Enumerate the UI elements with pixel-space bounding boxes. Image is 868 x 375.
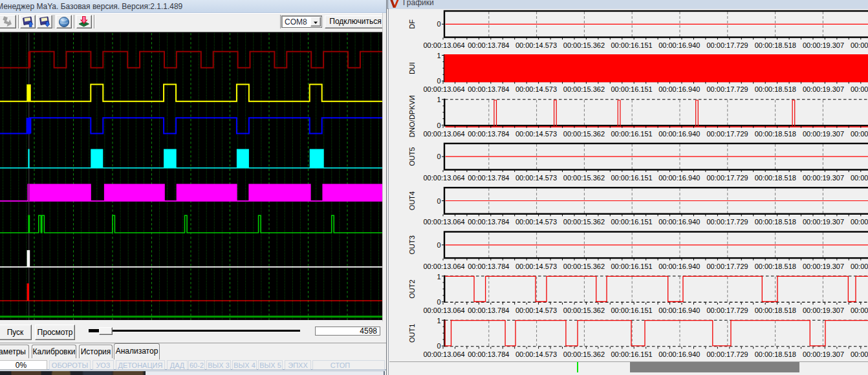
svg-text:00:00:16.940: 00:00:16.940 (658, 174, 700, 182)
svg-text:00:00:19.307: 00:00:19.307 (803, 350, 844, 358)
svg-text:00:00:14.573: 00:00:14.573 (515, 41, 557, 49)
svg-text:00:00:18.518: 00:00:18.518 (755, 306, 796, 314)
svg-text:OUT4: OUT4 (408, 191, 416, 210)
svg-text:0: 0 (437, 20, 440, 28)
svg-text:00:00:19.307: 00:00:19.307 (803, 41, 844, 49)
svg-text:00:00:18.518: 00:00:18.518 (755, 262, 796, 270)
svg-text:00:00:17.729: 00:00:17.729 (706, 174, 748, 182)
svg-text:0: 0 (437, 77, 440, 85)
svg-text:00:00:15.362: 00:00:15.362 (563, 350, 605, 358)
svg-text:00:00:16.151: 00:00:16.151 (611, 350, 652, 358)
svg-text:00:00:18.518: 00:00:18.518 (755, 130, 796, 138)
svg-text:00:00:15.362: 00:00:15.362 (563, 262, 605, 270)
svg-text:00:00:19.307: 00:00:19.307 (803, 218, 844, 226)
svg-text:DUI: DUI (408, 62, 416, 74)
svg-text:00:00:16.151: 00:00:16.151 (611, 262, 652, 270)
svg-text:OUT5: OUT5 (408, 147, 416, 166)
svg-text:00:00:14.573: 00:00:14.573 (515, 306, 557, 314)
svg-text:00:00:20.096: 00:00:20.096 (851, 262, 868, 270)
svg-text:00:00:19.307: 00:00:19.307 (803, 262, 844, 270)
svg-text:00:00:13.784: 00:00:13.784 (468, 41, 509, 49)
svg-text:00:00:16.940: 00:00:16.940 (658, 85, 700, 93)
svg-text:00:00:16.940: 00:00:16.940 (658, 262, 700, 270)
svg-text:00:00:16.940: 00:00:16.940 (658, 218, 700, 226)
svg-text:00:00:15.362: 00:00:15.362 (563, 41, 605, 49)
svg-text:00:00:14.573: 00:00:14.573 (515, 350, 557, 358)
svg-text:00:00:13.784: 00:00:13.784 (468, 350, 509, 358)
svg-text:0: 0 (437, 342, 440, 350)
svg-text:00:00:14.573: 00:00:14.573 (515, 262, 557, 270)
svg-text:00:00:18.518: 00:00:18.518 (755, 41, 796, 49)
svg-text:00:00:18.518: 00:00:18.518 (755, 218, 796, 226)
svg-text:00:00:17.729: 00:00:17.729 (706, 130, 748, 138)
svg-text:00:00:13.784: 00:00:13.784 (468, 262, 509, 270)
svg-text:DNO/DPKVИ: DNO/DPKVИ (408, 95, 416, 137)
svg-text:00:00:13.064: 00:00:13.064 (423, 130, 464, 138)
svg-text:00:00:13.784: 00:00:13.784 (468, 218, 509, 226)
svg-text:00:00:13.784: 00:00:13.784 (468, 130, 509, 138)
svg-text:00:00:20.096: 00:00:20.096 (851, 85, 868, 93)
svg-text:00:00:13.064: 00:00:13.064 (423, 218, 464, 226)
svg-text:00:00:19.307: 00:00:19.307 (803, 130, 844, 138)
svg-text:00:00:13.064: 00:00:13.064 (423, 174, 464, 182)
svg-text:00:00:16.151: 00:00:16.151 (611, 174, 652, 182)
svg-text:00:00:17.729: 00:00:17.729 (706, 306, 748, 314)
svg-text:DF: DF (408, 19, 416, 29)
svg-text:00:00:17.729: 00:00:17.729 (706, 41, 748, 49)
svg-text:00:00:17.729: 00:00:17.729 (706, 350, 748, 358)
svg-text:1: 1 (437, 317, 440, 325)
svg-text:00:00:13.064: 00:00:13.064 (423, 262, 464, 270)
svg-text:00:00:19.307: 00:00:19.307 (803, 174, 844, 182)
svg-text:00:00:14.573: 00:00:14.573 (515, 218, 557, 226)
svg-text:0: 0 (437, 241, 440, 249)
svg-text:00:00:15.362: 00:00:15.362 (563, 174, 605, 182)
svg-text:00:00:13.064: 00:00:13.064 (423, 350, 464, 358)
svg-text:00:00:20.096: 00:00:20.096 (851, 174, 868, 182)
svg-text:00:00:18.518: 00:00:18.518 (755, 350, 796, 358)
svg-text:00:00:13.784: 00:00:13.784 (468, 174, 509, 182)
svg-text:00:00:14.573: 00:00:14.573 (515, 85, 557, 93)
svg-text:OUT1: OUT1 (408, 324, 416, 343)
svg-text:00:00:13.784: 00:00:13.784 (468, 306, 509, 314)
svg-text:00:00:19.307: 00:00:19.307 (803, 306, 844, 314)
svg-text:1: 1 (437, 96, 440, 103)
svg-text:00:00:20.096: 00:00:20.096 (851, 350, 868, 358)
svg-text:00:00:15.362: 00:00:15.362 (563, 218, 605, 226)
svg-text:00:00:16.151: 00:00:16.151 (611, 218, 652, 226)
svg-text:00:00:16.151: 00:00:16.151 (611, 85, 652, 93)
svg-text:00:00:16.151: 00:00:16.151 (611, 306, 652, 314)
svg-text:00:00:16.151: 00:00:16.151 (611, 130, 652, 138)
svg-text:00:00:18.518: 00:00:18.518 (755, 174, 796, 182)
svg-text:00:00:16.940: 00:00:16.940 (658, 306, 700, 314)
svg-text:00:00:15.362: 00:00:15.362 (563, 130, 605, 138)
svg-text:00:00:20.096: 00:00:20.096 (851, 130, 868, 138)
svg-text:00:00:15.362: 00:00:15.362 (563, 85, 605, 93)
svg-text:0: 0 (437, 197, 440, 205)
svg-text:00:00:18.518: 00:00:18.518 (755, 85, 796, 93)
svg-text:1: 1 (437, 52, 440, 59)
svg-text:00:00:16.151: 00:00:16.151 (611, 41, 652, 49)
svg-text:00:00:14.573: 00:00:14.573 (515, 174, 557, 182)
svg-text:00:00:19.307: 00:00:19.307 (803, 85, 844, 93)
svg-text:00:00:13.064: 00:00:13.064 (423, 41, 464, 49)
svg-text:00:00:15.362: 00:00:15.362 (563, 306, 605, 314)
svg-text:00:00:20.096: 00:00:20.096 (851, 41, 868, 49)
svg-text:00:00:17.729: 00:00:17.729 (706, 262, 748, 270)
svg-text:00:00:13.784: 00:00:13.784 (468, 85, 509, 93)
svg-text:00:00:16.940: 00:00:16.940 (658, 130, 700, 138)
svg-text:0: 0 (437, 153, 440, 160)
svg-text:00:00:13.064: 00:00:13.064 (423, 85, 464, 93)
svg-text:1: 1 (437, 273, 440, 281)
svg-text:00:00:16.940: 00:00:16.940 (658, 41, 700, 49)
svg-text:00:00:17.729: 00:00:17.729 (706, 85, 748, 93)
svg-text:00:00:20.096: 00:00:20.096 (851, 218, 868, 226)
svg-text:00:00:14.573: 00:00:14.573 (515, 130, 557, 138)
svg-text:00:00:17.729: 00:00:17.729 (706, 218, 748, 226)
svg-text:00:00:16.940: 00:00:16.940 (658, 350, 700, 358)
svg-text:00:00:13.064: 00:00:13.064 (423, 306, 464, 314)
svg-text:0: 0 (437, 122, 440, 129)
svg-text:OUT2: OUT2 (408, 279, 416, 298)
svg-text:00:00:20.096: 00:00:20.096 (851, 306, 868, 314)
svg-text:0: 0 (437, 298, 440, 306)
svg-text:OUT3: OUT3 (408, 235, 416, 254)
